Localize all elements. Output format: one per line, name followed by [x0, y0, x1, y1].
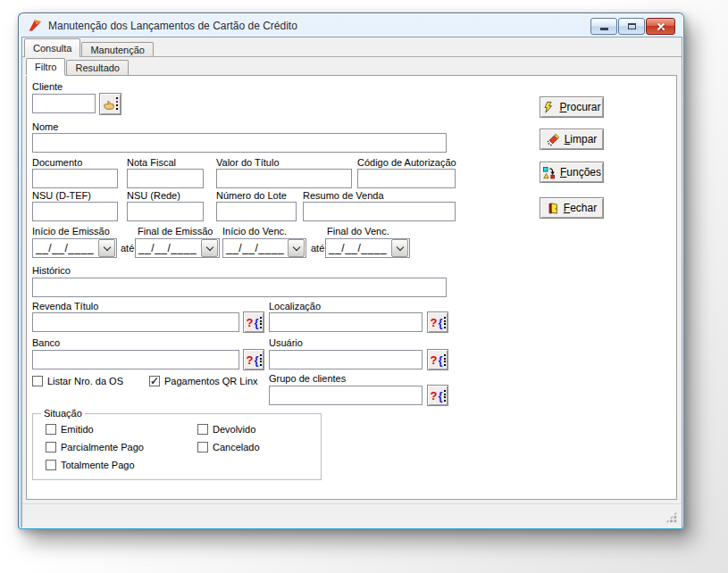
parcialmente-pago-label: Parcialmente Pago	[61, 442, 144, 453]
banco-lookup-button[interactable]: ?{	[243, 349, 264, 370]
documento-label: Documento	[32, 157, 82, 168]
usuario-label: Usuário	[269, 337, 303, 348]
final-venc-datepicker[interactable]: __/__/____	[325, 238, 410, 258]
nsu-dtef-input[interactable]	[32, 202, 118, 221]
tab-resultado[interactable]: Resultado	[66, 60, 129, 75]
fechar-button[interactable]: Fechar	[540, 197, 604, 219]
hand-pointer-icon	[103, 98, 115, 111]
listar-os-label: Listar Nro. da OS	[47, 376, 123, 386]
tab-filtro[interactable]: Filtro	[26, 58, 65, 75]
brace-icon: {	[438, 390, 442, 402]
nsu-rede-label: NSU (Rede)	[127, 190, 180, 201]
grupo-clientes-input[interactable]	[269, 386, 423, 405]
chevron-down-icon	[103, 243, 110, 250]
historico-input[interactable]	[32, 278, 447, 297]
banco-label: Banco	[32, 337, 60, 348]
localizacao-lookup-button[interactable]: ?{	[427, 311, 448, 333]
checkbox-box	[46, 442, 56, 453]
inicio-venc-dropdown-button[interactable]	[288, 239, 305, 257]
cancelado-checkbox[interactable]: Cancelado	[197, 442, 260, 453]
filter-panel: Cliente Nome Documento Nota Fiscal Valor…	[26, 75, 677, 500]
maximize-icon	[628, 23, 636, 29]
usuario-input[interactable]	[269, 350, 423, 370]
nota-fiscal-input[interactable]	[127, 169, 204, 188]
limpar-button[interactable]: Limpar	[540, 129, 604, 150]
lightning-icon	[542, 101, 555, 114]
inicio-emissao-dropdown-button[interactable]	[98, 239, 115, 257]
dots-icon	[260, 317, 262, 328]
minimize-icon	[600, 28, 608, 30]
nome-input[interactable]	[32, 133, 447, 153]
maximize-button[interactable]	[618, 18, 645, 35]
checkbox-box	[32, 376, 43, 386]
inicio-emissao-datepicker[interactable]: __/__/____	[32, 238, 117, 258]
desktop-background: Manutenção dos Lançamentos de Cartão de …	[0, 0, 728, 573]
resize-grip[interactable]	[665, 511, 677, 523]
banco-input[interactable]	[32, 350, 239, 370]
historico-label: Histórico	[32, 265, 71, 276]
nota-fiscal-label: Nota Fiscal	[127, 157, 176, 168]
numero-lote-label: Número do Lote	[216, 190, 287, 201]
parcialmente-pago-checkbox[interactable]: Parcialmente Pago	[46, 442, 144, 453]
final-venc-dropdown-button[interactable]	[391, 239, 408, 257]
window-title: Manutenção dos Lançamentos de Cartão de …	[48, 20, 297, 32]
codigo-autorizacao-input[interactable]	[357, 169, 456, 188]
resumo-venda-input[interactable]	[303, 202, 456, 221]
funcoes-button[interactable]: Funções	[540, 162, 604, 183]
checkbox-box	[46, 424, 56, 435]
tab-filtro-label: Filtro	[35, 62, 56, 72]
brace-icon: {	[438, 354, 442, 366]
checkbox-box	[46, 460, 56, 470]
procurar-button[interactable]: Procurar	[540, 96, 604, 118]
dots-icon	[116, 97, 118, 99]
exit-door-icon	[547, 202, 559, 215]
fechar-label: Fechar	[564, 202, 597, 214]
listar-os-checkbox[interactable]: Listar Nro. da OS	[32, 376, 123, 386]
usuario-lookup-button[interactable]: ?{	[427, 349, 448, 370]
tab-consulta-label: Consulta	[33, 43, 71, 54]
nsu-rede-input[interactable]	[127, 202, 204, 221]
final-emissao-datepicker[interactable]: __/__/____	[135, 238, 220, 258]
funcoes-label: Funções	[560, 166, 601, 179]
ate-label-1: até	[121, 243, 134, 253]
functions-shapes-icon	[542, 166, 556, 179]
close-button[interactable]	[646, 18, 675, 35]
inicio-emissao-label: Início de Emissão	[32, 226, 110, 237]
dots-icon	[444, 317, 446, 328]
revenda-titulo-input[interactable]	[32, 312, 239, 332]
brace-icon: {	[254, 354, 258, 366]
close-icon	[657, 22, 665, 31]
documento-input[interactable]	[32, 169, 118, 188]
grupo-clientes-lookup-button[interactable]: ?{	[427, 385, 448, 406]
final-venc-value: __/__/____	[326, 242, 390, 254]
client-area: Consulta Manutenção Filtro Resultado Cli…	[22, 37, 682, 527]
final-venc-label: Final do Venc.	[327, 226, 389, 237]
tab-manutencao-label: Manutenção	[90, 45, 145, 55]
final-emissao-dropdown-button[interactable]	[201, 239, 218, 257]
numero-lote-input[interactable]	[216, 202, 297, 221]
question-icon: ?	[246, 317, 253, 328]
eraser-icon	[547, 133, 560, 146]
inicio-venc-value: __/__/____	[223, 242, 287, 254]
emitido-checkbox[interactable]: Emitido	[46, 424, 94, 435]
devolvido-label: Devolvido	[213, 424, 255, 435]
tab-manutencao[interactable]: Manutenção	[81, 42, 154, 57]
valor-titulo-input[interactable]	[216, 169, 352, 188]
chevron-down-icon	[396, 243, 403, 250]
checkbox-box	[197, 442, 208, 453]
tab-consulta[interactable]: Consulta	[24, 38, 80, 57]
grupo-clientes-label: Grupo de clientes	[269, 373, 346, 384]
cliente-lookup-button[interactable]	[99, 93, 121, 115]
localizacao-input[interactable]	[269, 312, 423, 332]
minimize-button[interactable]	[590, 18, 617, 35]
nsu-dtef-label: NSU (D-TEF)	[32, 190, 91, 201]
devolvido-checkbox[interactable]: Devolvido	[197, 424, 255, 435]
totalmente-pago-checkbox[interactable]: Totalmente Pago	[46, 460, 135, 470]
inicio-venc-datepicker[interactable]: __/__/____	[222, 238, 306, 258]
localizacao-label: Localização	[269, 301, 321, 311]
cliente-input[interactable]	[32, 94, 96, 113]
brace-icon: {	[438, 317, 442, 328]
pagamentos-qr-linx-checkbox[interactable]: ✓ Pagamentos QR Linx	[149, 376, 258, 386]
titlebar[interactable]: Manutenção dos Lançamentos de Cartão de …	[19, 13, 683, 37]
revenda-titulo-lookup-button[interactable]: ?{	[243, 311, 264, 333]
